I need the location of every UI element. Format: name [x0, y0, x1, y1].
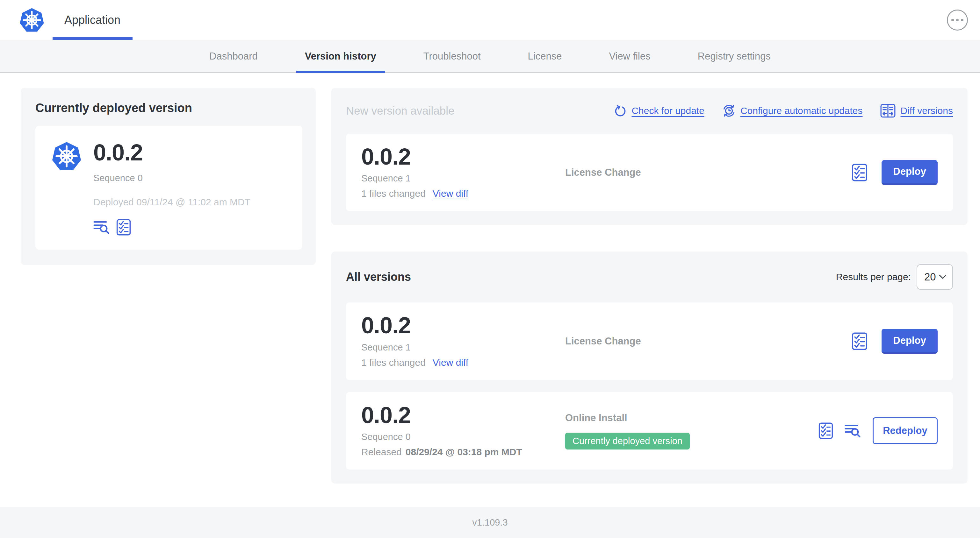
diff-versions-link[interactable]: Diff versions [880, 104, 953, 118]
kubernetes-logo-icon [19, 7, 45, 33]
deployed-timestamp: Deployed 09/11/24 @ 11:02 am MDT [93, 197, 250, 208]
logs-icon [93, 220, 110, 234]
tab-registry-settings[interactable]: Registry settings [698, 40, 771, 72]
checklist-icon [116, 219, 131, 236]
app-icon [51, 140, 82, 172]
new-version-title: New version available [346, 105, 454, 117]
deployed-version-label: 0.0.2 [93, 142, 250, 163]
results-per-page-label: Results per page: [836, 271, 911, 282]
checklist-icon [852, 163, 867, 181]
preflight-checks-button[interactable] [852, 163, 867, 181]
tab-license[interactable]: License [528, 40, 562, 72]
version-source-label: License Change [565, 335, 641, 347]
sequence-label: Sequence 0 [361, 432, 565, 442]
version-source-label: License Change [565, 167, 641, 178]
all-versions-panel: All versions Results per page: 20 0.0.2 … [331, 251, 967, 484]
tab-dashboard[interactable]: Dashboard [209, 40, 258, 72]
app-header: Application [0, 0, 980, 40]
ellipsis-icon [951, 19, 954, 21]
deployed-sequence-label: Sequence 0 [93, 173, 250, 183]
deploy-button[interactable]: Deploy [881, 329, 938, 354]
tab-view-files[interactable]: View files [609, 40, 650, 72]
currently-deployed-badge: Currently deployed version [565, 433, 690, 449]
diff-icon [880, 104, 896, 118]
tab-version-history[interactable]: Version history [305, 40, 376, 72]
schedule-icon [722, 104, 736, 117]
all-versions-title: All versions [346, 270, 411, 284]
version-label: 0.0.2 [361, 404, 565, 426]
files-changed-label: 1 files changed [361, 357, 426, 368]
version-row: 0.0.2 Sequence 1 1 files changed View di… [346, 302, 953, 380]
tab-troubleshoot[interactable]: Troubleshoot [423, 40, 481, 72]
preflight-checks-button[interactable] [818, 422, 833, 439]
checklist-icon [852, 332, 867, 350]
main-content: Currently deployed version 0.0.2 Sequenc… [0, 73, 980, 484]
currently-deployed-panel: Currently deployed version 0.0.2 Sequenc… [21, 88, 316, 265]
new-version-panel: New version available Check for update C… [331, 88, 967, 225]
console-version-label: v1.109.3 [472, 517, 508, 528]
app-tab[interactable]: Application [64, 0, 121, 40]
view-diff-link[interactable]: View diff [433, 357, 468, 368]
app-subnav: Dashboard Version history Troubleshoot L… [0, 40, 980, 73]
deployed-version-card: 0.0.2 Sequence 0 Deployed 09/11/24 @ 11:… [35, 126, 302, 249]
preflight-checks-button[interactable] [116, 219, 131, 236]
refresh-icon [614, 105, 627, 117]
available-version-row: 0.0.2 Sequence 1 1 files changed View di… [346, 134, 953, 211]
results-per-page-select[interactable]: 20 [916, 264, 953, 290]
more-options-button[interactable] [947, 10, 968, 30]
released-label: Released [361, 447, 402, 457]
configure-automatic-updates-link[interactable]: Configure automatic updates [722, 104, 863, 117]
logs-icon [845, 424, 861, 438]
version-label: 0.0.2 [361, 146, 565, 167]
check-for-update-link[interactable]: Check for update [614, 105, 704, 117]
app-tab-label: Application [64, 13, 121, 27]
chevron-down-icon [939, 275, 947, 279]
checklist-icon [818, 422, 833, 439]
currently-deployed-title: Currently deployed version [35, 101, 302, 115]
version-row: 0.0.2 Sequence 0 Released 08/29/24 @ 03:… [346, 392, 953, 470]
version-label: 0.0.2 [361, 314, 565, 336]
files-changed-label: 1 files changed [361, 188, 426, 199]
redeploy-button[interactable]: Redeploy [873, 417, 938, 444]
app-footer: v1.109.3 [0, 507, 980, 538]
admin-console-page: Application Dashboard Version history Tr… [0, 0, 980, 538]
view-diff-link[interactable]: View diff [433, 188, 468, 199]
sequence-label: Sequence 1 [361, 342, 565, 353]
deploy-button[interactable]: Deploy [881, 160, 938, 185]
deploy-logs-button[interactable] [845, 424, 861, 438]
preflight-checks-button[interactable] [852, 332, 867, 350]
released-timestamp: 08/29/24 @ 03:18 pm MDT [406, 447, 522, 457]
deploy-logs-button[interactable] [93, 220, 110, 234]
sequence-label: Sequence 1 [361, 173, 565, 184]
version-source-label: Online Install [565, 412, 627, 424]
